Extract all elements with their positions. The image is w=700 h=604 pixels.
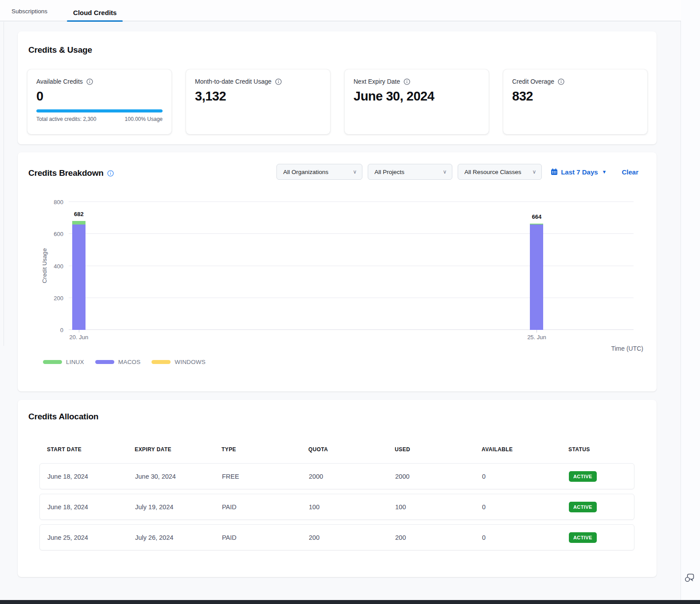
resource-classes-select-value: All Resource Classes	[464, 169, 521, 175]
tab-subscriptions[interactable]: Subscriptions	[10, 8, 49, 21]
info-icon[interactable]	[86, 78, 93, 85]
column-header-type: TYPE	[222, 446, 308, 453]
scroll-track-line	[4, 22, 4, 346]
table-row: June 18, 2024July 19, 2024PAID1001000ACT…	[39, 494, 634, 520]
cell-expiry: June 30, 2024	[135, 473, 222, 480]
cell-start: June 18, 2024	[47, 503, 135, 511]
legend-item-macos[interactable]: MACOS	[95, 359, 141, 365]
y-tick-label: 0	[41, 327, 63, 333]
cell-available: 0	[482, 534, 569, 541]
bottom-window-edge	[0, 600, 700, 604]
bar-chart-plot: 020040060080068220. Jun66425. Jun	[69, 202, 634, 330]
table-row: June 25, 2024July 26, 2024PAID2002000ACT…	[39, 524, 634, 550]
column-header-expiry: EXPIRY DATE	[135, 446, 222, 453]
legend-swatch	[95, 360, 114, 364]
cell-status: ACTIVE	[569, 502, 634, 512]
cell-type: PAID	[222, 503, 309, 511]
credits-breakdown-title: Credits Breakdown	[28, 168, 114, 178]
bar-segment-macos	[530, 225, 543, 330]
date-range-value: Last 7 Days	[561, 168, 598, 176]
metric-card-row: Available Credits0Total active credits: …	[27, 70, 647, 134]
y-tick-label: 200	[41, 295, 63, 302]
organizations-select-value: All Organizations	[283, 169, 328, 175]
credits-allocation-section: Credits Allocation START DATEEXPIRY DATE…	[18, 400, 657, 577]
cell-used: 100	[395, 503, 482, 511]
chevron-down-icon: ∨	[353, 169, 357, 175]
legend-label: MACOS	[118, 359, 141, 365]
column-header-start: START DATE	[47, 446, 135, 453]
bar-total-label: 682	[74, 211, 84, 217]
x-tick-mark	[79, 330, 79, 333]
cell-status: ACTIVE	[569, 532, 634, 543]
tab-cloud-credits[interactable]: Cloud Credits	[67, 9, 123, 21]
metric-label: Credit Overage	[512, 78, 554, 85]
column-header-status: STATUS	[568, 446, 634, 453]
tab-bar: Subscriptions Cloud Credits	[0, 0, 681, 21]
y-tick-label: 600	[41, 231, 63, 237]
table-body: June 18, 2024June 30, 2024FREE200020000A…	[39, 463, 634, 555]
cell-type: PAID	[222, 534, 309, 541]
legend-item-linux[interactable]: LINUX	[43, 359, 84, 365]
credits-breakdown-section: Credits Breakdown All Organizations ∨ Al…	[18, 152, 657, 391]
cell-expiry: July 19, 2024	[135, 503, 222, 511]
bar-20-jun[interactable]	[72, 221, 86, 330]
cell-start: June 18, 2024	[47, 473, 135, 480]
cell-status: ACTIVE	[569, 471, 634, 482]
chevron-down-icon: ∨	[532, 169, 536, 175]
x-tick-label: 25. Jun	[527, 334, 546, 341]
table-header: START DATEEXPIRY DATETYPEQUOTAUSEDAVAILA…	[39, 446, 634, 453]
x-tick-mark	[537, 330, 537, 333]
cell-start: June 25, 2024	[47, 534, 135, 541]
bar-segment-macos	[72, 225, 86, 330]
legend-swatch	[43, 360, 62, 364]
info-icon[interactable]	[558, 78, 564, 85]
chevron-down-icon: ∨	[443, 169, 447, 175]
cell-available: 0	[482, 473, 569, 480]
x-axis-label: Time (UTC)	[611, 345, 643, 352]
bar-segment-linux	[72, 221, 86, 225]
projects-select[interactable]: All Projects ∨	[368, 164, 452, 180]
metric-label: Month-to-date Credit Usage	[195, 78, 272, 85]
legend-label: WINDOWS	[175, 359, 206, 365]
total-active-credits: Total active credits: 2,300	[36, 116, 96, 122]
gridline	[69, 298, 634, 298]
cell-expiry: July 26, 2024	[135, 534, 222, 541]
metric-card-1: Month-to-date Credit Usage3,132	[186, 70, 330, 134]
y-tick-label: 800	[41, 199, 63, 205]
x-tick-label: 20. Jun	[70, 334, 89, 341]
calendar-icon	[551, 168, 558, 175]
resource-classes-select[interactable]: All Resource Classes ∨	[458, 164, 542, 180]
credits-breakdown-title-text: Credits Breakdown	[28, 168, 104, 178]
legend-label: LINUX	[66, 359, 84, 365]
bar-25-jun[interactable]	[530, 224, 543, 330]
gridline	[69, 233, 634, 234]
organizations-select[interactable]: All Organizations ∨	[276, 164, 362, 180]
info-icon[interactable]	[404, 78, 410, 85]
status-badge: ACTIVE	[569, 471, 597, 482]
main-panel: Subscriptions Cloud Credits Credits & Us…	[0, 0, 681, 604]
gridline	[69, 329, 634, 330]
credits-usage-title: Credits & Usage	[28, 45, 92, 55]
projects-select-value: All Projects	[374, 169, 404, 175]
table-row: June 18, 2024June 30, 2024FREE200020000A…	[39, 463, 634, 489]
status-badge: ACTIVE	[569, 502, 597, 512]
info-icon[interactable]	[275, 78, 282, 85]
info-icon[interactable]	[107, 170, 114, 177]
clear-filters-button[interactable]: Clear	[622, 168, 638, 176]
cell-used: 200	[395, 534, 482, 541]
metric-label: Available Credits	[36, 78, 83, 85]
legend-item-windows[interactable]: WINDOWS	[152, 359, 206, 365]
metric-value: 832	[512, 89, 638, 104]
filter-bar: All Organizations ∨ All Projects ∨ All R…	[276, 164, 638, 180]
metric-value: 0	[36, 89, 163, 104]
support-chat-button[interactable]	[682, 570, 696, 585]
metric-card-3: Credit Overage832	[503, 70, 647, 134]
caret-down-icon: ▼	[602, 169, 607, 174]
legend-swatch	[152, 360, 171, 364]
cell-used: 2000	[395, 473, 482, 480]
credits-usage-section: Credits & Usage Available Credits0Total …	[18, 31, 657, 144]
date-range-picker[interactable]: Last 7 Days ▼	[551, 168, 607, 176]
usage-percent: 100.00% Usage	[125, 116, 163, 122]
column-header-quota: QUOTA	[308, 446, 395, 453]
credits-progress-bar	[36, 109, 163, 112]
